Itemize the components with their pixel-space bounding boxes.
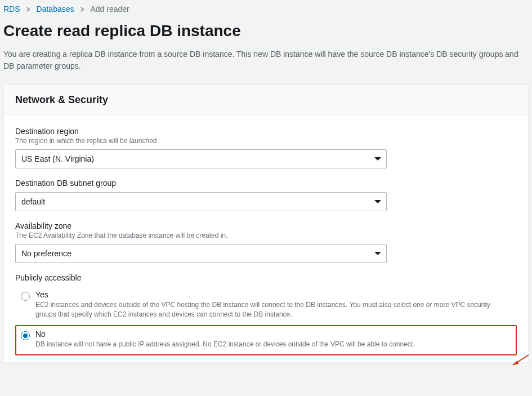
select-value: default: [21, 197, 45, 206]
breadcrumb-link-rds[interactable]: RDS: [3, 5, 20, 14]
field-label: Availability zone: [15, 221, 517, 230]
destination-region-select[interactable]: US East (N. Virginia): [15, 149, 387, 168]
radio-label: No: [35, 330, 511, 339]
caret-down-icon: [374, 155, 382, 163]
subnet-group-select[interactable]: default: [15, 192, 387, 211]
page-title: Create read replica DB instance: [3, 17, 529, 48]
field-destination-region: Destination region The region in which t…: [15, 127, 517, 168]
radio-option-no[interactable]: No DB instance will not have a public IP…: [15, 325, 517, 355]
select-value: No preference: [21, 249, 71, 258]
radio-description: EC2 instances and devices outside of the…: [35, 300, 503, 320]
radio-description: DB instance will not have a public IP ad…: [35, 340, 503, 349]
page-description: You are creating a replica DB instance f…: [3, 48, 521, 84]
chevron-right-icon: [26, 5, 31, 14]
select-value: US East (N. Virginia): [21, 154, 94, 163]
panel-title: Network & Security: [15, 94, 517, 106]
radio-yes[interactable]: [21, 292, 30, 301]
field-label: Destination DB subnet group: [15, 179, 517, 188]
svg-marker-0: [513, 361, 518, 365]
chevron-right-icon: [80, 5, 85, 14]
caret-down-icon: [374, 250, 382, 257]
field-label: Destination region: [15, 127, 517, 136]
breadcrumb-current: Add reader: [91, 5, 129, 14]
radio-label: Yes: [35, 290, 511, 299]
caret-down-icon: [374, 198, 382, 206]
field-publicly-accessible: Publicly accessible Yes EC2 instances an…: [15, 273, 517, 355]
availability-zone-select[interactable]: No preference: [15, 244, 387, 263]
field-hint: The EC2 Availability Zone that the datab…: [15, 232, 517, 239]
network-security-panel: Network & Security Destination region Th…: [3, 84, 529, 363]
radio-option-yes[interactable]: Yes EC2 instances and devices outside of…: [15, 286, 517, 326]
field-availability-zone: Availability zone The EC2 Availability Z…: [15, 221, 517, 263]
field-hint: The region in which the replica will be …: [15, 137, 517, 145]
field-label: Publicly accessible: [15, 273, 517, 282]
panel-header: Network & Security: [4, 85, 528, 115]
breadcrumb-link-databases[interactable]: Databases: [37, 5, 74, 14]
field-subnet-group: Destination DB subnet group default: [15, 179, 517, 211]
breadcrumb: RDS Databases Add reader: [3, 3, 529, 17]
annotation-arrow-icon: [509, 353, 530, 368]
radio-no[interactable]: [21, 331, 30, 340]
